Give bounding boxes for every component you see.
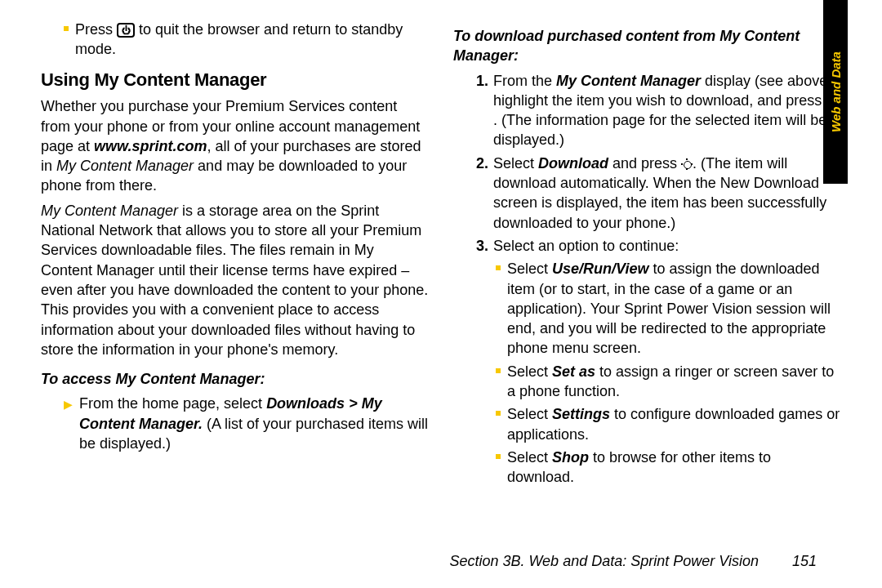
text: is a storage area on the Sprint National… [41,203,428,358]
text: and press [608,155,681,172]
step-number: 2. [476,154,488,173]
step-text: Select Download and press . (The item wi… [493,154,841,233]
option-name: Set as [552,363,595,380]
text: Select [507,406,552,422]
step-number: 3. [476,236,488,256]
text: From the [493,73,556,89]
side-tab-label: Web and Data [829,51,843,132]
nav-key-icon [681,158,693,170]
arrow-icon: ▶ [64,397,73,412]
page-number: 151 [792,553,817,569]
text: . (The information page for the selected… [493,112,826,148]
feature-name: My Content Manager [556,73,701,89]
option-name: Download [538,155,608,172]
square-bullet-icon [496,368,501,373]
option-shop: Select Shop to browse for other items to… [453,448,841,488]
right-column: To download purchased content from My Co… [453,16,849,588]
left-column: Press ⏻ to quit the browser and return t… [41,16,453,588]
text: Select [507,449,552,466]
text: From the home page, select [79,395,266,412]
text: Select [507,261,552,277]
step-arrow: ▶ From the home page, select Downloads >… [41,394,429,453]
step-2: 2. Select Download and press . (The item… [453,154,841,233]
footer-section: Section 3B. Web and Data: Sprint Power V… [449,553,759,569]
step-text: Select an option to continue: [493,236,679,256]
section-heading: Using My Content Manager [41,68,429,92]
option-name: Use/Run/View [552,261,648,277]
url-text: www.sprint.com [94,138,207,154]
option-name: Settings [552,406,610,422]
paragraph-intro: Whether you purchase your Premium Servic… [41,96,429,195]
text: Select [493,155,538,172]
option-use-run-view: Select Use/Run/View to assign the downlo… [453,259,841,358]
option-set-as: Select Set as to assign a ringer or scre… [453,362,841,402]
option-name: Shop [552,449,589,466]
square-bullet-icon [496,454,501,459]
bullet-text: Select Use/Run/View to assign the downlo… [507,259,841,358]
bullet-text: Select Shop to browse for other items to… [507,448,841,488]
square-bullet-icon [496,265,501,270]
bullet-text: Press ⏻ to quit the browser and return t… [75,20,429,60]
text: Select [507,363,552,380]
feature-name: My Content Manager [41,203,178,219]
subheading-download: To download purchased content from My Co… [453,26,841,66]
step-text: From the home page, select Downloads > M… [79,394,429,453]
bullet-text: Select Settings to configure downloaded … [507,404,841,444]
page-footer: Section 3B. Web and Data: Sprint Power V… [449,553,817,570]
manual-page: Press ⏻ to quit the browser and return t… [0,0,882,588]
step-1: 1. From the My Content Manager display (… [453,71,841,150]
end-key-icon: ⏻ [117,23,135,38]
section-side-tab: Web and Data [823,0,848,184]
square-bullet-icon [64,26,69,31]
bullet-quit-browser: Press ⏻ to quit the browser and return t… [41,20,429,60]
step-3: 3. Select an option to continue: [453,236,841,256]
paragraph-storage: My Content Manager is a storage area on … [41,201,429,359]
bullet-text: Select Set as to assign a ringer or scre… [507,362,841,402]
text: Press [75,21,117,38]
subheading-access: To access My Content Manager: [41,369,429,389]
square-bullet-icon [496,411,501,416]
step-text: From the My Content Manager display (see… [493,71,841,150]
step-number: 1. [476,71,488,91]
option-settings: Select Settings to configure downloaded … [453,404,841,444]
feature-name: My Content Manager [56,158,194,174]
